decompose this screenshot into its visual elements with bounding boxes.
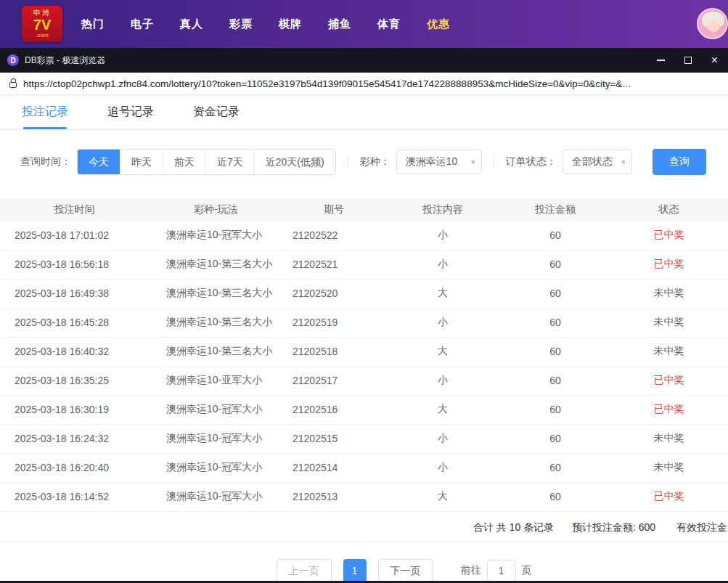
- cell-game-play: 澳洲幸运10-第三名大小: [149, 279, 283, 308]
- cell-bet-time: 2025-03-18 16:35:25: [0, 366, 149, 395]
- query-button[interactable]: 查询: [653, 149, 706, 175]
- cell-issue: 21202521: [283, 250, 385, 279]
- maximize-button[interactable]: [674, 48, 701, 73]
- cell-bet-content: 小: [385, 424, 501, 453]
- tab-bar: 投注记录 追号记录 资金记录: [0, 95, 728, 130]
- cell-bet-content: 小: [385, 308, 501, 337]
- time-option-last-20-days[interactable]: 近20天(低频): [254, 150, 335, 174]
- cell-issue: 21202513: [283, 482, 385, 511]
- col-header-bet-amount: 投注金额: [501, 198, 610, 221]
- cell-issue: 21202518: [283, 337, 385, 366]
- goto-label: 前往: [461, 564, 481, 577]
- tab-bet-records[interactable]: 投注记录: [22, 95, 68, 129]
- site-logo[interactable]: 申博 7V .com: [22, 6, 62, 42]
- status-badge: 已中奖: [610, 395, 728, 424]
- nav-item-live[interactable]: 真人: [180, 17, 203, 31]
- lottery-select-value: 澳洲幸运10: [406, 155, 458, 168]
- app-icon: D: [7, 54, 19, 66]
- cell-game-play: 澳洲幸运10-冠军大小: [149, 221, 283, 250]
- cell-issue: 21202519: [283, 308, 385, 337]
- cell-bet-time: 2025-03-18 16:24:32: [0, 424, 149, 453]
- nav-item-cards[interactable]: 棋牌: [279, 17, 302, 31]
- nav-item-sports[interactable]: 体育: [377, 17, 401, 31]
- logo-text-sub: .com: [36, 33, 48, 38]
- order-status-select[interactable]: 全部状态 ▾: [563, 150, 632, 174]
- status-badge: 未中奖: [610, 424, 728, 453]
- cell-issue: 21202520: [283, 279, 385, 308]
- status-badge: 未中奖: [610, 279, 728, 308]
- summary-bar: 合计 共 10 条记录 预计投注金额: 600 有效投注金额:: [0, 512, 728, 542]
- valid-bet-amount-text: 有效投注金额:: [676, 512, 728, 542]
- time-option-today[interactable]: 今天: [78, 150, 120, 174]
- cell-game-play: 澳洲幸运10-第三名大小: [149, 337, 283, 366]
- chevron-down-icon: ▾: [471, 157, 475, 167]
- pagination: 上一页 1 下一页 前往 页: [0, 559, 728, 582]
- table-row: 2025-03-18 16:45:28 澳洲幸运10-第三名大小 2120251…: [0, 308, 728, 337]
- lottery-select[interactable]: 澳洲幸运10 ▾: [396, 150, 482, 174]
- cell-bet-content: 小: [385, 221, 501, 250]
- col-header-bet-content: 投注内容: [385, 198, 501, 221]
- cell-bet-time: 2025-03-18 16:49:38: [0, 279, 149, 308]
- maximize-icon: [684, 57, 692, 64]
- cell-bet-content: 大: [385, 482, 501, 511]
- minimize-button[interactable]: [647, 48, 674, 73]
- cell-bet-amount: 60: [501, 424, 610, 453]
- time-option-yesterday[interactable]: 昨天: [120, 150, 163, 174]
- address-bar[interactable]: https://ctop02pchwp1.zfnc84.com/lottery/…: [23, 78, 631, 89]
- time-option-last-7-days[interactable]: 近7天: [205, 150, 254, 174]
- status-filter-label: 订单状态：: [506, 155, 557, 168]
- cell-bet-amount: 60: [501, 482, 610, 511]
- cell-bet-content: 小: [385, 250, 501, 279]
- cell-issue: 21202517: [283, 366, 385, 395]
- main-nav: 热门 电子 真人 彩票 棋牌 捕鱼 体育 优惠: [81, 17, 450, 31]
- cell-bet-amount: 60: [501, 395, 610, 424]
- logo-text-main: 7V: [33, 17, 51, 33]
- prev-page-button[interactable]: 上一页: [277, 559, 332, 582]
- window-title: DB彩票 - 极速浏览器: [25, 54, 105, 67]
- status-select-value: 全部状态: [572, 155, 613, 168]
- tab-fund-records[interactable]: 资金记录: [193, 95, 240, 129]
- nav-item-lottery[interactable]: 彩票: [229, 17, 253, 31]
- cell-game-play: 澳洲幸运10-第三名大小: [149, 308, 283, 337]
- cell-bet-time: 2025-03-18 16:40:32: [0, 337, 149, 366]
- goto-page-input[interactable]: [487, 560, 516, 582]
- filter-bar: 查询时间： 今天 昨天 前天 近7天 近20天(低频) 彩种： 澳洲幸运10 ▾…: [20, 149, 728, 175]
- cell-bet-time: 2025-03-18 17:01:02: [0, 221, 149, 250]
- status-badge: 未中奖: [610, 453, 728, 482]
- browser-urlbar: https://ctop02pchwp1.zfnc84.com/lottery/…: [0, 73, 728, 95]
- cell-bet-time: 2025-03-18 16:30:19: [0, 395, 149, 424]
- nav-item-slots[interactable]: 电子: [131, 17, 154, 31]
- tab-chase-records[interactable]: 追号记录: [107, 95, 154, 129]
- table-row: 2025-03-18 16:30:19 澳洲幸运10-冠军大小 21202516…: [0, 395, 728, 424]
- browser-titlebar: D DB彩票 - 极速浏览器 ×: [0, 48, 728, 73]
- page-number-1[interactable]: 1: [343, 559, 367, 582]
- cell-bet-time: 2025-03-18 16:14:52: [0, 482, 149, 511]
- cell-game-play: 澳洲幸运10-冠军大小: [149, 453, 283, 482]
- status-badge: 已中奖: [610, 482, 728, 511]
- cell-bet-content: 小: [385, 453, 501, 482]
- time-option-day-before[interactable]: 前天: [163, 150, 205, 174]
- close-button[interactable]: ×: [701, 48, 728, 73]
- cell-bet-time: 2025-03-18 16:56:18: [0, 250, 149, 279]
- cell-issue: 21202514: [283, 453, 385, 482]
- cell-bet-amount: 60: [501, 308, 610, 337]
- bet-records-table: 投注时间 彩种-玩法 期号 投注内容 投注金额 状态 2025-03-18 17…: [0, 198, 728, 512]
- col-header-issue: 期号: [283, 198, 385, 221]
- chevron-down-icon: ▾: [621, 157, 626, 167]
- nav-item-promo[interactable]: 优惠: [427, 17, 450, 31]
- divider: [348, 155, 348, 168]
- cell-bet-amount: 60: [501, 250, 610, 279]
- status-badge: 未中奖: [610, 337, 728, 366]
- cell-bet-time: 2025-03-18 16:45:28: [0, 308, 149, 337]
- next-page-button[interactable]: 下一页: [378, 559, 433, 582]
- minimize-icon: [657, 60, 665, 61]
- cell-game-play: 澳洲幸运10-第三名大小: [149, 250, 283, 279]
- nav-item-fishing[interactable]: 捕鱼: [328, 17, 351, 31]
- window-controls: ×: [647, 48, 728, 73]
- col-header-bet-time: 投注时间: [0, 198, 149, 221]
- cell-bet-amount: 60: [501, 453, 610, 482]
- nav-item-hot[interactable]: 热门: [81, 17, 105, 31]
- divider: [494, 155, 494, 168]
- avatar[interactable]: [697, 8, 728, 39]
- cell-game-play: 澳洲幸运10-冠军大小: [149, 424, 283, 453]
